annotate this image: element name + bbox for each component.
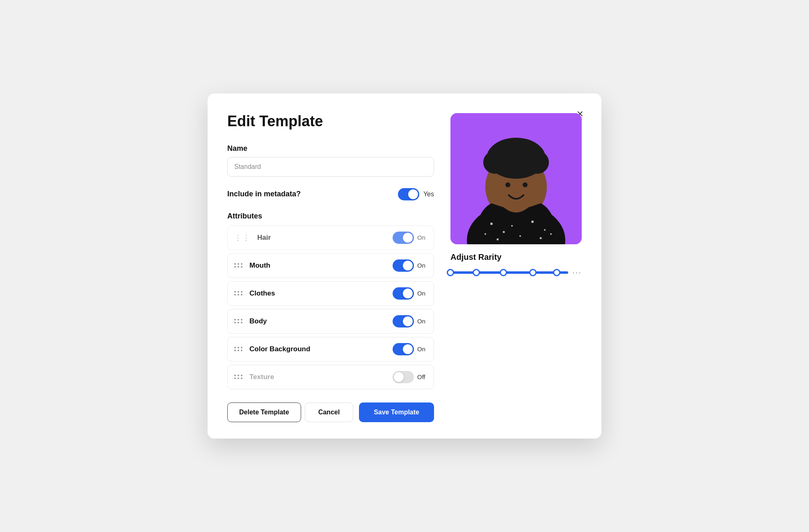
footer-row: Delete Template Cancel Save Template xyxy=(227,402,434,422)
svg-point-16 xyxy=(531,221,534,223)
svg-point-9 xyxy=(505,182,510,187)
rarity-slider-wrap: ··· xyxy=(450,268,582,277)
attr-toggle-texture[interactable] xyxy=(393,371,414,383)
drag-handle-color-background[interactable] xyxy=(234,347,243,351)
svg-point-14 xyxy=(484,233,486,235)
attribute-row-mouth: Mouth On xyxy=(227,253,434,278)
attr-toggle-color-background[interactable] xyxy=(393,343,414,355)
rarity-slider[interactable] xyxy=(450,271,568,274)
metadata-row: Include in metadata? Yes xyxy=(227,188,434,200)
name-label: Name xyxy=(227,144,434,153)
attr-name-body: Body xyxy=(249,317,393,325)
attr-toggle-label-clothes: On xyxy=(417,290,427,297)
metadata-toggle-group: Yes xyxy=(398,188,434,200)
svg-point-19 xyxy=(550,233,552,235)
attr-toggle-hair[interactable] xyxy=(393,232,414,244)
attr-name-mouth: Mouth xyxy=(249,261,393,270)
attr-name-clothes: Clothes xyxy=(249,289,393,298)
drag-handle-body[interactable] xyxy=(234,319,243,323)
attributes-list: ⋮⋮ Hair On Mouth xyxy=(227,225,434,389)
attribute-row-color-background: Color Background On xyxy=(227,337,434,361)
attr-toggle-group-mouth: On xyxy=(393,259,427,272)
rarity-thumb-3[interactable] xyxy=(529,269,537,276)
svg-point-10 xyxy=(523,182,528,187)
rarity-thumb-2[interactable] xyxy=(500,269,507,276)
cancel-button[interactable]: Cancel xyxy=(305,402,353,422)
attr-toggle-body[interactable] xyxy=(393,315,414,327)
adjust-rarity-section: Adjust Rarity ··· xyxy=(450,252,582,277)
avatar-preview xyxy=(450,113,582,244)
attr-toggle-label-color-background: On xyxy=(417,346,427,352)
attr-toggle-label-hair: On xyxy=(417,234,427,241)
attr-name-hair: Hair xyxy=(257,234,393,242)
attributes-label: Attributes xyxy=(227,212,434,221)
svg-point-8 xyxy=(508,144,524,160)
edit-template-modal: × Edit Template Name Include in metadata… xyxy=(208,93,601,439)
left-panel: Edit Template Name Include in metadata? … xyxy=(227,113,434,422)
attr-toggle-group-hair: On xyxy=(393,232,427,244)
attr-toggle-label-texture: Off xyxy=(417,373,427,380)
metadata-toggle-label: Yes xyxy=(423,191,434,198)
svg-point-15 xyxy=(497,239,499,241)
svg-point-12 xyxy=(503,231,505,233)
attr-toggle-group-texture: Off xyxy=(393,371,427,383)
save-button[interactable]: Save Template xyxy=(359,402,434,422)
attr-toggle-group-body: On xyxy=(393,315,427,327)
metadata-label: Include in metadata? xyxy=(227,190,301,198)
attr-toggle-mouth[interactable] xyxy=(393,259,414,272)
rarity-thumb-4[interactable] xyxy=(553,269,560,276)
attribute-row-body: Body On xyxy=(227,309,434,334)
delete-button[interactable]: Delete Template xyxy=(227,402,301,422)
svg-point-13 xyxy=(511,225,513,227)
svg-point-11 xyxy=(490,223,493,225)
rarity-more-button[interactable]: ··· xyxy=(572,268,582,277)
modal-title: Edit Template xyxy=(227,113,434,130)
drag-handle-texture[interactable] xyxy=(234,375,243,379)
drag-handle-clothes[interactable] xyxy=(234,291,243,296)
right-panel: Adjust Rarity ··· xyxy=(450,113,582,422)
avatar-svg xyxy=(450,113,582,244)
footer-right-buttons: Cancel Save Template xyxy=(305,402,434,422)
adjust-rarity-label: Adjust Rarity xyxy=(450,252,582,262)
name-input[interactable] xyxy=(227,157,434,177)
rarity-thumb-0[interactable] xyxy=(447,269,454,276)
attr-toggle-clothes[interactable] xyxy=(393,287,414,300)
attr-toggle-group-color-background: On xyxy=(393,343,427,355)
metadata-toggle[interactable] xyxy=(398,188,419,200)
drag-handle-hair: ⋮⋮ xyxy=(234,233,251,242)
attribute-row-hair-partial: ⋮⋮ Hair On xyxy=(227,225,434,250)
attr-toggle-label-mouth: On xyxy=(417,262,427,269)
attribute-row-clothes: Clothes On xyxy=(227,281,434,306)
svg-point-20 xyxy=(519,235,521,237)
attr-name-texture: Texture xyxy=(249,373,393,381)
svg-point-18 xyxy=(540,237,542,239)
svg-point-17 xyxy=(544,229,546,231)
drag-handle-mouth[interactable] xyxy=(234,263,243,268)
attr-toggle-group-clothes: On xyxy=(393,287,427,300)
rarity-thumb-1[interactable] xyxy=(473,269,480,276)
attr-name-color-background: Color Background xyxy=(249,345,393,353)
attr-toggle-label-body: On xyxy=(417,318,427,325)
attribute-row-texture: Texture Off xyxy=(227,365,434,389)
